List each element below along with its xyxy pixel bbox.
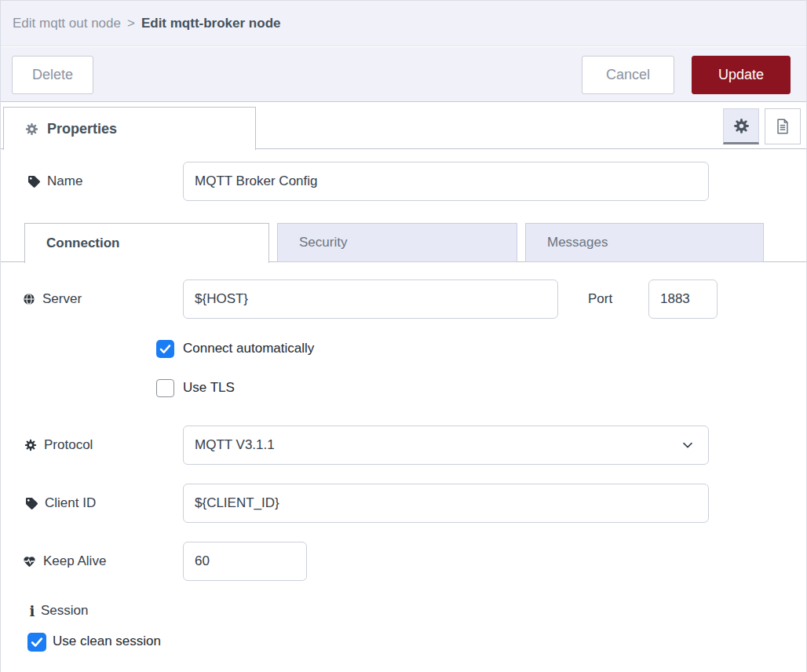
tab-messages[interactable]: Messages (525, 223, 764, 262)
cancel-button[interactable]: Cancel (582, 56, 674, 94)
session-section-label: i Session (29, 601, 88, 620)
tag-icon (26, 498, 38, 509)
dialog-toolbar: Delete Cancel Update (1, 47, 806, 102)
breadcrumb-parent[interactable]: Edit mqtt out node (13, 16, 121, 31)
tab-properties-label: Properties (47, 121, 117, 137)
gear-icon (733, 118, 750, 134)
globe-icon (23, 293, 35, 305)
update-button[interactable]: Update (692, 56, 791, 94)
chevron-down-icon (680, 437, 696, 453)
check-icon (158, 341, 173, 356)
connect-automatically-label: Connect automatically (183, 341, 314, 356)
name-input[interactable] (183, 162, 709, 201)
gear-icon (24, 439, 37, 451)
node-settings-button[interactable] (723, 108, 759, 144)
use-tls-label: Use TLS (183, 380, 235, 396)
server-field-label: Server (23, 290, 82, 309)
delete-button[interactable]: Delete (12, 56, 93, 94)
gear-icon (25, 122, 38, 136)
port-input[interactable] (648, 279, 718, 319)
heartbeat-icon (23, 555, 36, 568)
check-icon (29, 634, 45, 650)
tab-connection[interactable]: Connection (24, 223, 269, 263)
protocol-field-label: Protocol (24, 436, 93, 455)
port-field-label: Port (588, 290, 612, 309)
client-id-input[interactable] (183, 484, 709, 523)
info-icon: i (29, 603, 35, 619)
protocol-select-value: MQTT V3.1.1 (195, 437, 275, 453)
use-tls-checkbox[interactable] (156, 379, 174, 397)
keep-alive-input[interactable] (183, 542, 307, 581)
breadcrumb-current: Edit mqtt-broker node (141, 16, 281, 31)
breadcrumb-separator: > (127, 16, 135, 31)
keep-alive-field-label: Keep Alive (23, 552, 106, 571)
editor-tab-row: Properties (1, 103, 806, 149)
name-field-label: Name (28, 172, 82, 191)
tag-icon (28, 176, 40, 188)
edit-mqtt-broker-dialog: Edit mqtt out node > Edit mqtt-broker no… (0, 0, 807, 672)
use-clean-session-checkbox[interactable] (27, 633, 46, 652)
protocol-select[interactable]: MQTT V3.1.1 (183, 425, 709, 465)
connect-automatically-checkbox[interactable] (156, 340, 174, 358)
breadcrumb: Edit mqtt out node > Edit mqtt-broker no… (1, 1, 806, 46)
use-clean-session-label: Use clean session (53, 634, 161, 649)
tab-security[interactable]: Security (277, 223, 517, 262)
server-input[interactable] (183, 279, 558, 319)
document-icon (774, 118, 791, 135)
node-description-button[interactable] (765, 108, 801, 144)
tab-properties[interactable]: Properties (3, 107, 256, 150)
client-id-field-label: Client ID (26, 494, 96, 513)
